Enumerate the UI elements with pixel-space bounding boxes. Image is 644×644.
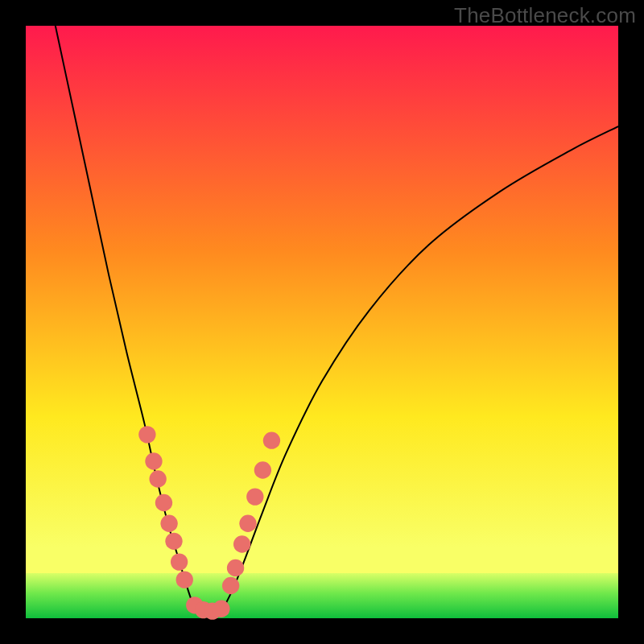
dot-left: [149, 470, 166, 487]
dot-right: [263, 432, 280, 449]
dot-left: [155, 494, 172, 511]
dot-right: [227, 559, 244, 576]
dot-right: [254, 461, 271, 478]
dot-left: [138, 426, 155, 443]
dot-left: [176, 571, 193, 588]
plot-area: [26, 26, 618, 618]
dot-left: [160, 515, 177, 532]
dot-right: [233, 535, 250, 552]
curve-right-curve: [221, 126, 618, 613]
dot-left: [171, 553, 188, 570]
chart-svg: [26, 26, 618, 618]
curve-group: [56, 26, 618, 617]
dot-bottom: [213, 601, 229, 617]
dot-right: [222, 577, 239, 594]
dot-right: [239, 515, 256, 532]
watermark-text: TheBottleneck.com: [454, 3, 636, 28]
dot-left: [145, 452, 162, 469]
dot-right: [246, 488, 263, 505]
outer-frame: TheBottleneck.com: [0, 0, 644, 644]
dot-left: [165, 533, 182, 550]
